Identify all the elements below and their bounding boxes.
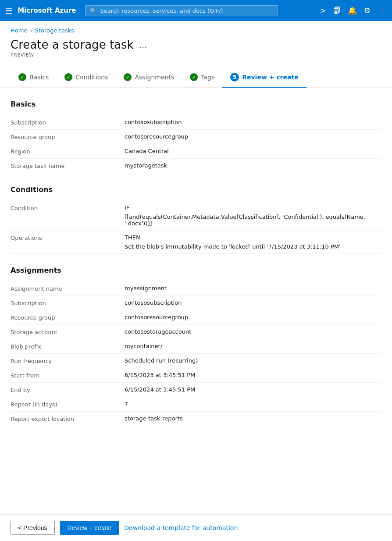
- conditions-operation-detail: Set the blob's immutability mode to 'loc…: [125, 243, 381, 250]
- tab-basics-label: Basics: [29, 74, 49, 81]
- tab-tags-label: Tags: [201, 74, 214, 81]
- nav-icon-group: > 🗐 🔔 ⚙ 👤: [320, 6, 387, 15]
- assignments-resourcegroup-row: Resource group contosoresourcegroup: [11, 310, 381, 325]
- basics-subscription-label: Subscription: [11, 119, 125, 126]
- search-icon: 🔍: [90, 7, 97, 14]
- conditions-if-text: IF: [125, 204, 381, 211]
- assignments-endby-value: 6/15/2024 at 3:45:51 PM: [125, 386, 381, 393]
- breadcrumb: Home › Storage tasks: [0, 21, 392, 36]
- breadcrumb-storage-tasks[interactable]: Storage tasks: [35, 27, 74, 34]
- conditions-condition-value: IF [[and(equals(Container.Metadata.Value…: [125, 204, 381, 227]
- notifications-icon[interactable]: 🔔: [348, 6, 357, 15]
- search-placeholder: Search resources, services, and docs (G+…: [100, 7, 223, 14]
- top-navigation: ☰ Microsoft Azure 🔍 Search resources, se…: [0, 0, 392, 21]
- account-icon[interactable]: 👤: [378, 6, 387, 15]
- assignments-name-row: Assignment name myassignment: [11, 281, 381, 296]
- azure-logo: Microsoft Azure: [18, 7, 76, 14]
- basics-resourcegroup-value: contosoresourcegroup: [125, 133, 381, 140]
- basics-resourcegroup-row: Resource group contosoresourcegroup: [11, 130, 381, 144]
- assignments-resourcegroup-value: contosoresourcegroup: [125, 314, 381, 320]
- assignments-resourcegroup-label: Resource group: [11, 314, 125, 321]
- assignments-runfreq-row: Run frequency Scheduled run (recurring): [11, 354, 381, 368]
- tab-assignments[interactable]: ✓ Assignments: [116, 70, 182, 87]
- search-bar[interactable]: 🔍 Search resources, services, and docs (…: [85, 5, 278, 16]
- conditions-operations-label: Operations: [11, 234, 125, 241]
- assignments-subscription-label: Subscription: [11, 299, 125, 306]
- tab-review-label: Review + create: [242, 74, 298, 81]
- assignments-endby-row: End by 6/15/2024 at 3:45:51 PM: [11, 383, 381, 397]
- assignments-subscription-value: contososubscription: [125, 299, 381, 306]
- conditions-condition-label: Condition: [11, 204, 125, 211]
- cloud-shell-icon[interactable]: >: [320, 6, 326, 15]
- conditions-section-title: Conditions: [11, 185, 381, 194]
- tab-review[interactable]: 5 Review + create: [222, 69, 306, 88]
- assignments-name-value: myassignment: [125, 285, 381, 292]
- basics-region-label: Region: [11, 148, 125, 155]
- tab-assignments-label: Assignments: [135, 74, 174, 81]
- conditions-condition-row: Condition IF [[and(equals(Container.Meta…: [11, 201, 381, 231]
- tags-check-icon: ✓: [190, 73, 198, 81]
- hamburger-icon[interactable]: ☰: [5, 6, 12, 15]
- conditions-expression: [[and(equals(Container.Metadata.Value[Cl…: [125, 214, 381, 227]
- wizard-tabs: ✓ Basics ✓ Conditions ✓ Assignments ✓ Ta…: [0, 61, 392, 88]
- assignments-check-icon: ✓: [124, 73, 132, 81]
- assignments-section-title: Assignments: [11, 266, 381, 274]
- assignments-startfrom-row: Start from 6/15/2023 at 3:45:51 PM: [11, 368, 381, 383]
- page-title: Create a storage task: [11, 38, 134, 51]
- conditions-check-icon: ✓: [64, 73, 72, 81]
- ellipsis-menu[interactable]: ...: [139, 39, 147, 50]
- tab-conditions[interactable]: ✓ Conditions: [57, 70, 116, 87]
- assignments-repeat-value: 7: [125, 401, 381, 407]
- basics-region-row: Region Canada Central: [11, 144, 381, 159]
- basics-taskname-value: mystoragetask: [125, 162, 381, 169]
- basics-resourcegroup-label: Resource group: [11, 133, 125, 140]
- assignments-storageaccount-row: Storage account contosostorageaccount: [11, 325, 381, 339]
- review-step-num: 5: [230, 73, 239, 82]
- assignments-repeat-row: Repeat (in days) 7: [11, 397, 381, 412]
- assignments-storageaccount-value: contosostorageaccount: [125, 328, 381, 335]
- basics-taskname-row: Storage task name mystoragetask: [11, 159, 381, 173]
- assignments-blobprefix-value: mycontainer/: [125, 343, 381, 349]
- basics-section-title: Basics: [11, 100, 381, 108]
- basics-check-icon: ✓: [18, 73, 26, 81]
- basics-region-value: Canada Central: [125, 148, 381, 154]
- assignments-startfrom-label: Start from: [11, 372, 125, 379]
- assignments-runfreq-label: Run frequency: [11, 357, 125, 364]
- assignments-endby-label: End by: [11, 386, 125, 393]
- assignments-reportlocation-label: Report export location: [11, 415, 125, 422]
- conditions-operations-row: Operations THEN Set the blob's immutabil…: [11, 231, 381, 254]
- main-content: Basics Subscription contososubscription …: [0, 88, 392, 470]
- breadcrumb-separator: ›: [30, 27, 32, 34]
- tab-tags[interactable]: ✓ Tags: [182, 70, 222, 87]
- basics-taskname-label: Storage task name: [11, 162, 125, 169]
- conditions-then-text: THEN: [125, 234, 381, 241]
- page-title-area: Create a storage task ... PREVIEW: [0, 36, 392, 58]
- breadcrumb-home[interactable]: Home: [11, 27, 27, 34]
- basics-subscription-row: Subscription contososubscription: [11, 115, 381, 130]
- settings-icon[interactable]: ⚙: [364, 6, 371, 15]
- preview-badge: PREVIEW: [11, 52, 381, 58]
- basics-subscription-value: contososubscription: [125, 119, 381, 125]
- assignments-name-label: Assignment name: [11, 285, 125, 292]
- assignments-subscription-row: Subscription contososubscription: [11, 296, 381, 310]
- assignments-reportlocation-value: storage-task-reports: [125, 415, 381, 422]
- assignments-storageaccount-label: Storage account: [11, 328, 125, 335]
- assignments-startfrom-value: 6/15/2023 at 3:45:51 PM: [125, 372, 381, 378]
- assignments-runfreq-value: Scheduled run (recurring): [125, 357, 381, 364]
- conditions-operations-value: THEN Set the blob's immutability mode to…: [125, 234, 381, 250]
- assignments-reportlocation-row: Report export location storage-task-repo…: [11, 412, 381, 426]
- tab-basics[interactable]: ✓ Basics: [11, 70, 57, 87]
- tab-conditions-label: Conditions: [75, 74, 108, 81]
- directory-icon[interactable]: 🗐: [333, 6, 341, 15]
- assignments-blobprefix-label: Blob prefix: [11, 343, 125, 350]
- assignments-blobprefix-row: Blob prefix mycontainer/: [11, 339, 381, 354]
- assignments-repeat-label: Repeat (in days): [11, 401, 125, 408]
